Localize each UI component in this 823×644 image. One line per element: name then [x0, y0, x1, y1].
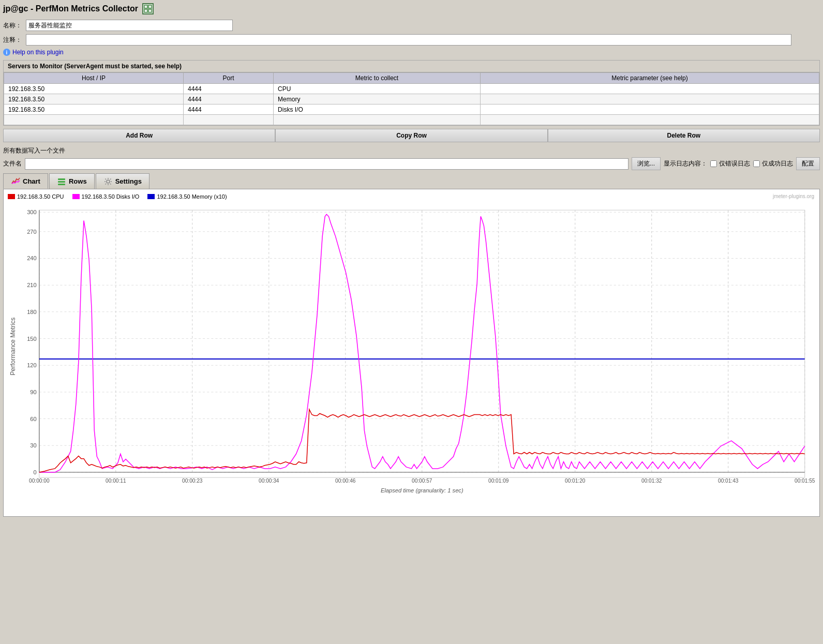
- comment-label: 注释：: [3, 36, 24, 44]
- info-icon: i: [3, 49, 10, 56]
- svg-text:Elapsed time (granularity: 1 s: Elapsed time (granularity: 1 sec): [381, 487, 463, 493]
- legend-disks-color: [72, 194, 80, 199]
- name-row: 名称：: [3, 20, 820, 31]
- rows-tab-icon: [57, 177, 66, 186]
- svg-text:00:01:43: 00:01:43: [718, 478, 739, 484]
- help-link-text: Help on this plugin: [12, 49, 64, 56]
- chart-tab-icon: [11, 176, 20, 186]
- svg-text:120: 120: [27, 362, 37, 368]
- chart-panel: 192.168.3.50 CPU 192.168.3.50 Disks I/O …: [3, 189, 820, 517]
- success-log-group: 仅成功日志: [753, 159, 793, 168]
- svg-text:180: 180: [27, 309, 37, 315]
- button-row: Add Row Copy Row Delete Row: [3, 129, 820, 142]
- table-row[interactable]: 192.168.3.50 4444 Memory: [4, 94, 819, 104]
- tabs-container: Chart Rows Settings: [3, 173, 820, 189]
- name-input[interactable]: [26, 20, 233, 31]
- svg-text:0: 0: [34, 469, 37, 475]
- file-section: 所有数据写入一个文件 文件名 浏览... 显示日志内容： 仅错误日志 仅成功日志…: [3, 146, 820, 170]
- chart-svg: Performance Metrics 0 30 60 90 120: [8, 202, 815, 512]
- svg-text:00:00:11: 00:00:11: [106, 478, 126, 484]
- svg-text:270: 270: [27, 229, 37, 235]
- cell-metric-2: Disks I/O: [274, 104, 481, 115]
- browse-button[interactable]: 浏览...: [632, 157, 661, 170]
- svg-rect-0: [144, 5, 147, 8]
- config-button[interactable]: 配置: [796, 157, 820, 170]
- title-bar: jp@gc - PerfMon Metrics Collector: [3, 3, 820, 14]
- cell-host-0: 192.168.3.50: [4, 84, 184, 94]
- cell-metric-0: CPU: [274, 84, 481, 94]
- file-row: 文件名 浏览... 显示日志内容： 仅错误日志 仅成功日志 配置: [3, 157, 820, 170]
- servers-section: Servers to Monitor (ServerAgent must be …: [3, 60, 820, 126]
- svg-text:00:01:32: 00:01:32: [641, 478, 662, 484]
- legend-memory-label: 192.168.3.50 Memory (x10): [157, 193, 227, 200]
- success-log-label: 仅成功日志: [762, 159, 793, 168]
- chart-legend: 192.168.3.50 CPU 192.168.3.50 Disks I/O …: [8, 193, 815, 200]
- svg-text:30: 30: [30, 442, 36, 448]
- svg-text:300: 300: [27, 209, 37, 215]
- chart-area: Performance Metrics 0 30 60 90 120: [8, 202, 815, 512]
- y-axis-label: Performance Metrics: [9, 318, 17, 376]
- servers-table: Host / IP Port Metric to collect Metric …: [4, 72, 819, 125]
- legend-cpu-label: 192.168.3.50 CPU: [17, 193, 64, 200]
- error-log-label: 仅错误日志: [719, 159, 750, 168]
- cell-param-2: [480, 104, 819, 115]
- table-row[interactable]: 192.168.3.50 4444 CPU: [4, 84, 819, 94]
- tab-settings[interactable]: Settings: [96, 173, 149, 189]
- svg-rect-3: [148, 9, 152, 12]
- all-data-label: 所有数据写入一个文件: [3, 146, 820, 155]
- svg-text:150: 150: [27, 336, 37, 342]
- tab-rows[interactable]: Rows: [49, 173, 95, 189]
- svg-text:00:00:46: 00:00:46: [335, 478, 356, 484]
- success-log-checkbox[interactable]: [753, 160, 760, 167]
- svg-text:00:00:57: 00:00:57: [412, 478, 432, 484]
- comment-row: 注释：: [3, 34, 820, 46]
- svg-text:00:00:34: 00:00:34: [259, 478, 279, 484]
- copy-row-button[interactable]: Copy Row: [275, 129, 547, 142]
- cell-host-1: 192.168.3.50: [4, 94, 184, 104]
- comment-input[interactable]: [26, 34, 791, 46]
- svg-rect-6: [58, 184, 65, 185]
- page-title: jp@gc - PerfMon Metrics Collector: [3, 4, 138, 13]
- col-metric: Metric to collect: [274, 73, 481, 84]
- cell-metric-1: Memory: [274, 94, 481, 104]
- svg-rect-2: [144, 9, 147, 12]
- servers-header: Servers to Monitor (ServerAgent must be …: [4, 61, 819, 72]
- error-log-checkbox[interactable]: [710, 160, 717, 167]
- name-label: 名称：: [3, 21, 24, 30]
- legend-memory-color: [147, 194, 155, 199]
- col-param: Metric parameter (see help): [480, 73, 819, 84]
- settings-tab-icon: [103, 177, 113, 186]
- svg-point-7: [107, 180, 110, 183]
- error-log-group: 仅错误日志: [710, 159, 750, 168]
- legend-cpu: 192.168.3.50 CPU: [8, 193, 64, 200]
- cell-host-2: 192.168.3.50: [4, 104, 184, 115]
- legend-disks: 192.168.3.50 Disks I/O: [72, 193, 140, 200]
- table-row-empty: [4, 115, 819, 125]
- tab-chart[interactable]: Chart: [3, 173, 48, 189]
- col-host: Host / IP: [4, 73, 184, 84]
- svg-text:00:01:20: 00:01:20: [565, 478, 586, 484]
- tab-settings-label: Settings: [115, 177, 142, 185]
- help-link[interactable]: i Help on this plugin: [3, 49, 820, 56]
- svg-text:240: 240: [27, 255, 37, 261]
- add-row-button[interactable]: Add Row: [3, 129, 275, 142]
- svg-text:60: 60: [30, 416, 36, 422]
- svg-text:00:00:00: 00:00:00: [29, 478, 50, 484]
- delete-row-button[interactable]: Delete Row: [548, 129, 820, 142]
- legend-disks-label: 192.168.3.50 Disks I/O: [82, 193, 140, 200]
- cell-port-0: 4444: [183, 84, 273, 94]
- svg-rect-1: [148, 5, 152, 8]
- svg-text:00:00:23: 00:00:23: [182, 478, 203, 484]
- svg-text:00:01:09: 00:01:09: [488, 478, 509, 484]
- svg-text:90: 90: [30, 389, 36, 395]
- cell-port-2: 4444: [183, 104, 273, 115]
- legend-cpu-color: [8, 194, 15, 199]
- file-name-input[interactable]: [25, 158, 629, 170]
- svg-rect-5: [58, 181, 65, 183]
- legend-memory: 192.168.3.50 Memory (x10): [147, 193, 227, 200]
- col-port: Port: [183, 73, 273, 84]
- svg-text:210: 210: [27, 282, 37, 288]
- tab-chart-label: Chart: [23, 177, 40, 185]
- tab-rows-label: Rows: [69, 177, 87, 185]
- table-row[interactable]: 192.168.3.50 4444 Disks I/O: [4, 104, 819, 115]
